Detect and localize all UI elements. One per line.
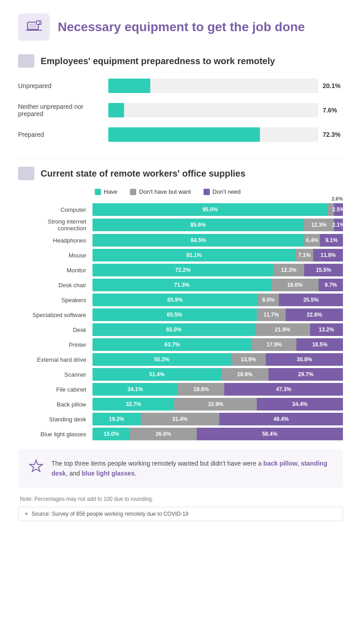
- supply-bar-want: 31.4%: [141, 413, 219, 425]
- supply-bars-row: 65.5%11.7%22.8%: [93, 308, 343, 321]
- supply-row: Mouse81.1%7.1%11.8%: [18, 249, 343, 261]
- supply-row: File cabinet34.1%18.6%47.3%: [18, 383, 343, 396]
- prep-bar-row: Unprepared20.1%: [18, 76, 343, 96]
- supply-row: Computer2.6%95.0%2.5%: [18, 203, 343, 216]
- supply-bar-noneed: 22.8%: [286, 308, 343, 321]
- prep-bar-row: Neither unprepared nor prepared7.6%: [18, 100, 343, 120]
- supply-bar-noneed: 25.5%: [279, 294, 343, 306]
- supply-bar-have: 65.5%: [93, 308, 257, 321]
- laptop-icon: [25, 19, 42, 36]
- supply-bar-want: 8.6%: [258, 294, 279, 306]
- insight-between1: ,: [297, 460, 301, 467]
- legend-dont-have: Don't have but want: [130, 188, 191, 195]
- supply-bars-wrapper: 85.6%12.3%2.1%: [93, 219, 343, 231]
- supply-row: Back pillow32.7%32.9%34.4%: [18, 398, 343, 411]
- supply-bar-want: 12.3%: [304, 219, 334, 231]
- supply-bar-noneed: 49.4%: [219, 413, 343, 425]
- supply-bar-have: 32.7%: [93, 398, 174, 411]
- supply-bars-row: 72.2%12.3%15.5%: [93, 264, 343, 276]
- supply-bar-noneed: 9.7%: [319, 279, 343, 291]
- supply-bars-wrapper: 15.0%26.6%58.4%: [93, 428, 343, 440]
- supplies-section-icon: [18, 167, 34, 180]
- section-divider: [18, 158, 343, 159]
- supply-bars-row: 81.1%7.1%11.8%: [93, 249, 343, 261]
- supply-bar-have: 84.5%: [93, 234, 304, 247]
- supply-bars-row: 71.3%19.0%9.7%: [93, 279, 343, 291]
- legend-have-dot: [95, 189, 101, 195]
- supplies-section-label-row: Current state of remote workers' office …: [18, 167, 343, 180]
- supply-row: Headphones84.5%6.4%9.1%: [18, 234, 343, 247]
- supply-item-label: Desk chair: [18, 282, 93, 289]
- supply-bar-want: 17.9%: [252, 338, 296, 351]
- supply-bar-have: 65.9%: [93, 294, 258, 306]
- supply-bar-noneed: 2.1%: [334, 219, 343, 231]
- supply-bar-have: 85.6%: [93, 219, 304, 231]
- insight-item3: blue light glasses: [82, 470, 134, 477]
- supply-bar-have: 19.2%: [93, 413, 141, 425]
- supply-bar-want: 7.1%: [296, 249, 313, 261]
- supply-bars-wrapper: 19.2%31.4%49.4%: [93, 413, 343, 425]
- supply-bars-row: 84.5%6.4%9.1%: [93, 234, 343, 247]
- source-bar: + Source: Survey of 856 people working r…: [18, 507, 343, 521]
- supply-bar-want: 18.6%: [178, 383, 224, 396]
- prep-bar-wrap: [108, 127, 318, 142]
- supply-bar-want: 32.9%: [174, 398, 257, 411]
- supply-bar-noneed: 11.8%: [313, 249, 342, 261]
- prep-section-icon: [18, 54, 34, 68]
- supply-item-label: Printer: [18, 341, 93, 348]
- supply-item-label: Desk: [18, 327, 93, 333]
- star-icon: [28, 458, 44, 475]
- supply-bar-want: 11.7%: [257, 308, 286, 321]
- supply-row: External hard drive55.3%13.9%30.8%: [18, 353, 343, 366]
- legend-dont-have-label: Don't have but want: [139, 188, 191, 195]
- supply-bar-have: 72.2%: [93, 264, 273, 276]
- insight-after: .: [134, 470, 136, 477]
- supply-bar-want: 12.3%: [273, 264, 304, 276]
- supply-bar-noneed: 34.4%: [257, 398, 343, 411]
- insight-box: The top three items people working remot…: [18, 449, 343, 488]
- supply-bars-row: 51.4%18.9%29.7%: [93, 368, 343, 381]
- page-title: Necessary equipment to get the job done: [58, 19, 305, 35]
- supply-bar-want: 26.6%: [130, 428, 197, 440]
- supply-bar-have: 63.7%: [93, 338, 252, 351]
- supply-bar-want: 21.9%: [255, 323, 310, 336]
- supply-bars-row: 65.0%21.9%13.2%: [93, 323, 343, 336]
- prep-bar-wrap: [108, 103, 318, 117]
- supply-bars-row: 55.3%13.9%30.8%: [93, 353, 343, 366]
- supply-bar-have: 55.3%: [93, 353, 231, 366]
- prep-bars-container: Unprepared20.1%Neither unprepared nor pr…: [18, 76, 343, 145]
- supply-bars-wrapper: 63.7%17.9%18.5%: [93, 338, 343, 351]
- supply-item-label: Speakers: [18, 297, 93, 303]
- supply-row: Monitor72.2%12.3%15.5%: [18, 264, 343, 276]
- supply-bars-row: 32.7%32.9%34.4%: [93, 398, 343, 411]
- supply-bars-wrapper: 2.6%95.0%2.5%: [93, 203, 343, 216]
- supply-bars-wrapper: 34.1%18.6%47.3%: [93, 383, 343, 396]
- supply-bar-have: 34.1%: [93, 383, 178, 396]
- supply-bar-have: 71.3%: [93, 279, 271, 291]
- supply-row: Standing desk19.2%31.4%49.4%: [18, 413, 343, 425]
- supply-bar-want: 18.9%: [221, 368, 268, 381]
- legend-dont-need: Don't need: [204, 188, 241, 195]
- prep-bar-fill: [108, 103, 124, 117]
- supply-bars-wrapper: 71.3%19.0%9.7%: [93, 279, 343, 291]
- supply-bars-row: 65.9%8.6%25.5%: [93, 294, 343, 306]
- supply-bar-have: 95.0%: [93, 203, 328, 216]
- supply-row: Scanner51.4%18.9%29.7%: [18, 368, 343, 381]
- supply-item-label: External hard drive: [18, 356, 93, 363]
- legend-dont-need-label: Don't need: [213, 188, 241, 195]
- supply-item-label: Scanner: [18, 371, 93, 378]
- supply-bars-row: 85.6%12.3%2.1%: [93, 219, 343, 231]
- header: Necessary equipment to get the job done: [18, 14, 343, 41]
- supply-bar-want: 6.4%: [304, 234, 320, 247]
- supply-bars-wrapper: 55.3%13.9%30.8%: [93, 353, 343, 366]
- supply-bar-have: 15.0%: [93, 428, 130, 440]
- supply-bar-noneed: 58.4%: [197, 428, 343, 440]
- supply-item-label: Back pillow: [18, 401, 93, 408]
- supply-bars-row: 63.7%17.9%18.5%: [93, 338, 343, 351]
- supplies-section: Current state of remote workers' office …: [18, 167, 343, 440]
- prep-bar-fill: [108, 127, 260, 142]
- legend-dont-need-dot: [204, 189, 210, 195]
- source-text: Source: Survey of 856 people working rem…: [32, 511, 189, 517]
- supply-row: Blue light glasses15.0%26.6%58.4%: [18, 428, 343, 440]
- supply-bars-row: 15.0%26.6%58.4%: [93, 428, 343, 440]
